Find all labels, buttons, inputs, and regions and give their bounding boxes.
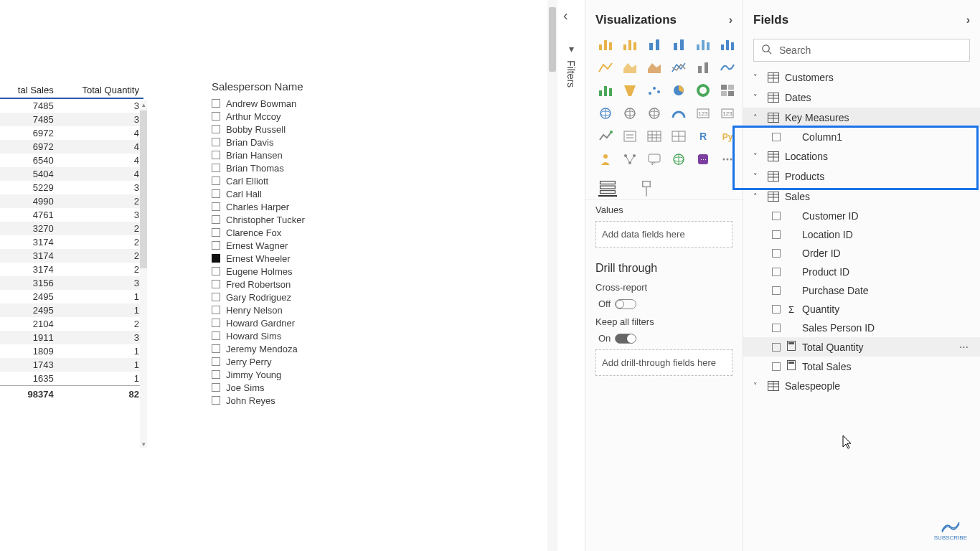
field-checkbox[interactable] — [772, 362, 781, 371]
table-row[interactable]: 54044 — [0, 167, 143, 181]
slicer-checkbox[interactable] — [212, 164, 220, 172]
table-visual[interactable]: tal Sales Total Quantity 748537485369724… — [0, 83, 143, 456]
slicer-checkbox[interactable] — [212, 254, 220, 263]
table-row[interactable]: 31742 — [0, 263, 143, 276]
table-row[interactable]: 69724 — [0, 140, 143, 154]
table-row[interactable]: 49902 — [0, 194, 143, 208]
slicer-checkbox[interactable] — [212, 331, 220, 340]
viz-gauge-icon[interactable] — [669, 105, 689, 122]
field-item[interactable]: Purchase Date — [743, 281, 980, 300]
viz-area-icon[interactable] — [620, 59, 640, 76]
viz-py-visual-icon[interactable]: Py — [717, 128, 738, 145]
table-row[interactable]: 17431 — [0, 358, 143, 372]
field-checkbox[interactable] — [772, 249, 781, 258]
table-row[interactable]: 65404 — [0, 154, 143, 167]
slicer-checkbox[interactable] — [212, 215, 220, 224]
slicer-item[interactable]: Gary Rodriguez — [212, 291, 341, 303]
slicer-checkbox[interactable] — [212, 138, 220, 146]
viz-ellipsis-icon[interactable] — [717, 151, 738, 168]
slicer-checkbox[interactable] — [212, 383, 220, 392]
table-header-quantity[interactable]: Total Quantity — [58, 83, 143, 98]
table-row[interactable]: 32702 — [0, 222, 143, 235]
chevron-down-icon[interactable]: ˅ — [753, 172, 762, 182]
viz-line-col-icon[interactable] — [669, 59, 689, 76]
viz-shape-map-icon[interactable] — [644, 105, 664, 122]
slicer-item[interactable]: Joe Sims — [212, 381, 341, 394]
field-more-icon[interactable]: ⋯ — [959, 342, 969, 352]
viz-donut-icon[interactable] — [693, 82, 713, 99]
table-row[interactable]: 16351 — [0, 372, 143, 386]
field-item[interactable]: ΣQuantity — [743, 300, 980, 319]
slicer-visual[interactable]: Salesperson Name Andrew BowmanArthur Mcc… — [212, 80, 341, 407]
filters-pane-collapsed[interactable]: ▾ Filters — [561, 43, 581, 143]
viz-custom-icon[interactable]: ⋯ — [693, 151, 713, 168]
viz-multi-card-icon[interactable]: 123 — [717, 105, 738, 122]
slicer-checkbox[interactable] — [212, 176, 220, 185]
fields-subtab-icon[interactable] — [598, 181, 617, 197]
slicer-item[interactable]: Ernest Wheeler — [212, 252, 341, 265]
canvas-scroll-thumb[interactable] — [549, 7, 556, 72]
field-table-dates[interactable]: ˅Dates — [743, 88, 980, 108]
slicer-item[interactable]: Fred Robertson — [212, 278, 341, 291]
slicer-checkbox[interactable] — [212, 293, 220, 301]
field-checkbox[interactable] — [772, 268, 781, 276]
field-table-sales[interactable]: ˄Sales — [743, 187, 980, 207]
slicer-item[interactable]: Charles Harper — [212, 200, 341, 213]
table-row[interactable]: 18091 — [0, 344, 143, 358]
viz-card-icon[interactable]: 123 — [693, 105, 713, 122]
slicer-item[interactable]: Carl Elliott — [212, 174, 341, 187]
viz-scatter-icon[interactable] — [644, 82, 664, 99]
slicer-item[interactable]: Jerry Perry — [212, 355, 341, 368]
table-row[interactable]: 21042 — [0, 317, 143, 331]
slicer-item[interactable]: Bobby Russell — [212, 123, 341, 136]
chevron-down-icon[interactable]: ˅ — [753, 73, 762, 83]
viz-combo-icon[interactable] — [693, 59, 713, 76]
field-item[interactable]: Customer ID — [743, 207, 980, 225]
field-item[interactable]: Order ID — [743, 244, 980, 263]
viz-stacked-bar-icon[interactable] — [595, 36, 616, 53]
fields-expand-icon[interactable]: › — [966, 14, 970, 27]
canvas-scrollbar[interactable] — [547, 0, 557, 551]
chevron-up-icon[interactable]: ˄ — [753, 192, 762, 202]
field-checkbox[interactable] — [772, 305, 781, 314]
viz-bars-mix-icon[interactable] — [693, 36, 713, 53]
slicer-checkbox[interactable] — [212, 344, 220, 353]
field-item[interactable]: Total Quantity⋯ — [743, 337, 980, 357]
viz-filled-map-icon[interactable] — [620, 105, 640, 122]
chevron-down-icon[interactable]: ˅ — [753, 152, 762, 161]
chevron-up-icon[interactable]: ˄ — [753, 113, 762, 123]
drill-through-drop-well[interactable]: Add drill-through fields here — [595, 349, 732, 376]
table-row[interactable]: 19113 — [0, 331, 143, 344]
viz-pie-icon[interactable] — [669, 82, 689, 99]
slicer-item[interactable]: Howard Sims — [212, 329, 341, 342]
format-subtab-icon[interactable] — [637, 181, 656, 197]
table-row[interactable]: 24951 — [0, 290, 143, 303]
slicer-item[interactable]: Jimmy Young — [212, 368, 341, 381]
slicer-item[interactable]: Christopher Tucker — [212, 213, 341, 226]
viz-bars-100-icon[interactable] — [717, 36, 738, 53]
slicer-checkbox[interactable] — [212, 202, 220, 211]
table-row[interactable]: 74853 — [0, 113, 143, 126]
viz-r-visual-icon[interactable]: R — [693, 128, 713, 145]
keep-filters-toggle[interactable] — [615, 334, 636, 344]
viz-clustered-col-icon[interactable] — [644, 36, 664, 53]
field-item[interactable]: Product ID — [743, 263, 980, 281]
field-item[interactable]: Total Sales — [743, 357, 980, 376]
scroll-up-icon[interactable]: ▴ — [140, 100, 147, 109]
viz-map-icon[interactable] — [595, 105, 616, 122]
field-checkbox[interactable] — [772, 230, 781, 239]
table-row[interactable]: 52293 — [0, 181, 143, 194]
slicer-checkbox[interactable] — [212, 189, 220, 198]
field-item[interactable]: Location ID — [743, 225, 980, 244]
field-table-locations[interactable]: ˅Locations — [743, 146, 980, 166]
slicer-item[interactable]: Brian Thomas — [212, 161, 341, 174]
slicer-item[interactable]: Eugene Holmes — [212, 265, 341, 278]
values-drop-well[interactable]: Add data fields here — [595, 221, 732, 248]
field-table-products[interactable]: ˅Products — [743, 166, 980, 187]
chevron-down-icon[interactable]: ˅ — [753, 93, 762, 103]
slicer-checkbox[interactable] — [212, 370, 220, 379]
slicer-checkbox[interactable] — [212, 357, 220, 366]
viz-slicer-icon[interactable] — [620, 128, 640, 145]
field-table-key-measures[interactable]: ˄Key Measures — [743, 108, 980, 128]
slicer-checkbox[interactable] — [212, 151, 220, 159]
